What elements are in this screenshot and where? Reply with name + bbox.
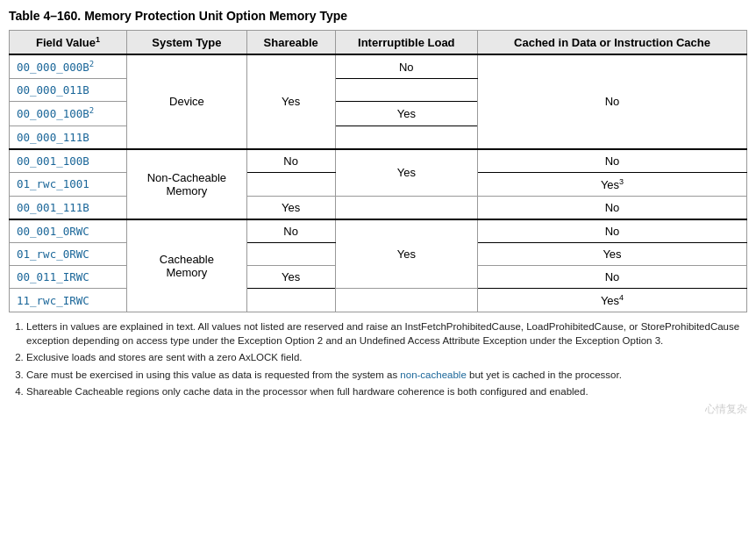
table-title: Table 4–160. Memory Protection Unit Opti… bbox=[9, 9, 747, 23]
col-header-field-value: Field Value1 bbox=[10, 31, 127, 55]
main-table: Field Value1 System Type Shareable Inter… bbox=[9, 30, 747, 312]
col-header-interruptible: Interruptible Load bbox=[335, 31, 477, 55]
col-header-shareable: Shareable bbox=[246, 31, 335, 55]
table-row: 11_rwc_IRWC Yes4 bbox=[10, 288, 747, 312]
table-row: 00_001_100B Non-CacheableMemory No Yes N… bbox=[10, 149, 747, 173]
table-row: 00_000_000B2 Device Yes No No bbox=[10, 54, 747, 79]
watermark: 心情复杂 bbox=[9, 402, 747, 417]
footnote-4: Shareable Cacheable regions only cache d… bbox=[26, 384, 747, 398]
footnote-3: Care must be exercised in using this val… bbox=[26, 368, 747, 382]
footnote-2: Exclusive loads and stores are sent with… bbox=[26, 350, 747, 364]
footnote-1: Letters in values are explained in text.… bbox=[26, 319, 747, 348]
col-header-system-type: System Type bbox=[127, 31, 247, 55]
col-header-cached: Cached in Data or Instruction Cache bbox=[478, 31, 747, 55]
table-row: 00_001_111B Yes No bbox=[10, 196, 747, 219]
footnotes: Letters in values are explained in text.… bbox=[9, 319, 747, 398]
table-row: 00_001_0RWC CacheableMemory No Yes No bbox=[10, 219, 747, 243]
